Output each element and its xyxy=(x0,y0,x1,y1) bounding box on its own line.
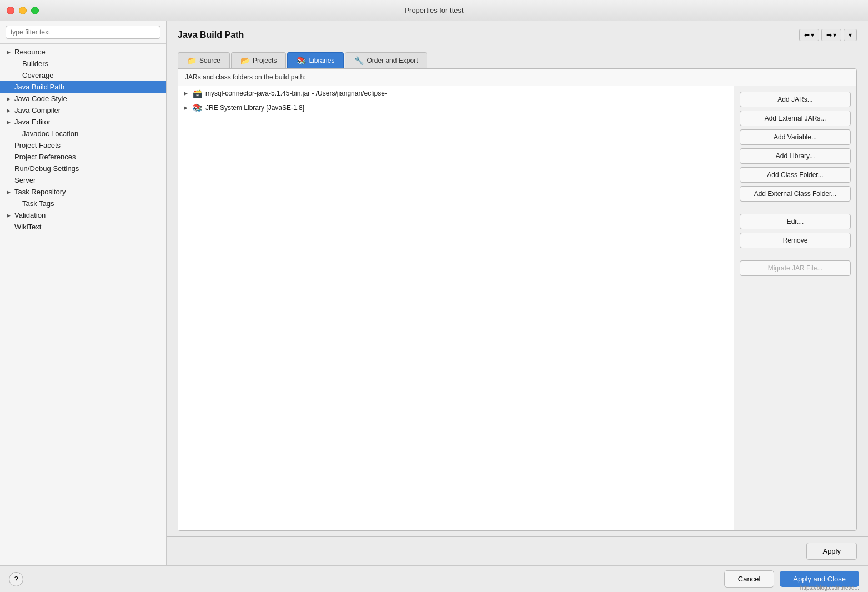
sidebar-item-label: Validation xyxy=(14,211,46,219)
content-area: Java Build Path ⬅ ▾ ➡ ▾ ▾ 📁Source📂Projec… xyxy=(167,21,868,565)
add-class-folder-button[interactable]: Add Class Folder... xyxy=(740,167,851,183)
library-panel: JARs and class folders on the build path… xyxy=(178,68,857,531)
expand-arrow-icon: ▶ xyxy=(7,189,12,195)
sidebar-item-label: Java Code Style xyxy=(14,94,67,103)
sidebar-item-label: Task Tags xyxy=(22,199,54,208)
filter-wrap xyxy=(0,21,166,44)
sidebar-item-project-references[interactable]: Project References xyxy=(0,151,166,163)
add-jars-button[interactable]: Add JARs... xyxy=(740,92,851,107)
lib-label: mysql-connector-java-5.1.45-bin.jar - /U… xyxy=(205,89,387,97)
sidebar-item-java-build-path[interactable]: Java Build Path xyxy=(0,81,166,93)
lib-label: JRE System Library [JavaSE-1.8] xyxy=(205,104,304,112)
add-library-button[interactable]: Add Library... xyxy=(740,148,851,164)
tab-label: Projects xyxy=(253,57,277,64)
menu-button[interactable]: ▾ xyxy=(844,29,857,41)
page-title: Java Build Path xyxy=(178,30,244,40)
sidebar-item-label: Server xyxy=(14,176,36,184)
footer-bar: ? Cancel Apply and Close https://blog.cs… xyxy=(0,565,868,592)
sidebar-item-label: Run/Debug Settings xyxy=(14,164,79,173)
nav-arrows: ⬅ ▾ ➡ ▾ ▾ xyxy=(799,29,857,41)
tab-label: Source xyxy=(199,57,220,64)
sidebar-item-java-compiler[interactable]: ▶Java Compiler xyxy=(0,104,166,116)
menu-icon: ▾ xyxy=(849,31,852,39)
expand-arrow-icon: ▶ xyxy=(7,119,12,125)
expand-arrow-icon: ▶ xyxy=(7,49,12,55)
content-body: 📁Source📂Projects📚Libraries🔧Order and Exp… xyxy=(167,47,868,536)
edit-button[interactable]: Edit... xyxy=(740,214,851,229)
lib-icon: 📚 xyxy=(193,103,202,112)
back-button[interactable]: ⬅ ▾ xyxy=(799,29,819,41)
lib-icon: 🗃️ xyxy=(193,89,202,98)
tab-order-export[interactable]: 🔧Order and Export xyxy=(345,52,427,68)
back-dropdown-icon: ▾ xyxy=(811,31,814,39)
titlebar: Properties for ttest xyxy=(0,0,868,21)
sidebar: ▶ResourceBuildersCoverageJava Build Path… xyxy=(0,21,167,565)
button-spacer xyxy=(740,252,851,257)
status-text: https://blog.csdn.net/d... xyxy=(800,585,859,591)
sidebar-item-server[interactable]: Server xyxy=(0,174,166,186)
sidebar-item-validation[interactable]: ▶Validation xyxy=(0,209,166,221)
sidebar-item-label: Task Repository xyxy=(14,188,66,196)
sidebar-item-label: Coverage xyxy=(22,71,53,79)
forward-dropdown-icon: ▾ xyxy=(833,31,836,39)
action-buttons-panel: Add JARs...Add External JARs...Add Varia… xyxy=(734,86,856,530)
sidebar-item-task-tags[interactable]: Task Tags xyxy=(0,198,166,209)
sidebar-item-label: Javadoc Location xyxy=(22,129,78,138)
sidebar-item-wikitext[interactable]: WikiText xyxy=(0,221,166,233)
main-container: ▶ResourceBuildersCoverageJava Build Path… xyxy=(0,21,868,565)
remove-button[interactable]: Remove xyxy=(740,233,851,248)
close-button[interactable] xyxy=(7,7,14,14)
add-external-class-folder-button[interactable]: Add External Class Folder... xyxy=(740,186,851,202)
lib-expand-icon: ▶ xyxy=(184,105,189,111)
tab-projects[interactable]: 📂Projects xyxy=(231,52,286,68)
back-arrow-icon: ⬅ xyxy=(804,31,810,39)
sidebar-item-label: Java Build Path xyxy=(14,83,64,91)
help-button[interactable]: ? xyxy=(9,572,23,586)
sidebar-item-java-code-style[interactable]: ▶Java Code Style xyxy=(0,93,166,104)
cancel-button[interactable]: Cancel xyxy=(724,570,774,588)
sidebar-item-javadoc-location[interactable]: Javadoc Location xyxy=(0,128,166,139)
library-tree-list: ▶🗃️mysql-connector-java-5.1.45-bin.jar -… xyxy=(178,86,734,530)
lib-item-mysql-connector[interactable]: ▶🗃️mysql-connector-java-5.1.45-bin.jar -… xyxy=(178,86,734,101)
expand-arrow-icon: ▶ xyxy=(7,96,12,102)
sidebar-item-label: Builders xyxy=(22,59,48,68)
window-controls xyxy=(7,7,39,14)
maximize-button[interactable] xyxy=(31,7,39,14)
tabs-row: 📁Source📂Projects📚Libraries🔧Order and Exp… xyxy=(178,52,857,68)
expand-arrow-icon: ▶ xyxy=(7,213,12,218)
sidebar-item-project-facets[interactable]: Project Facets xyxy=(0,139,166,151)
sidebar-item-run-debug-settings[interactable]: Run/Debug Settings xyxy=(0,163,166,174)
content-header: Java Build Path ⬅ ▾ ➡ ▾ ▾ xyxy=(167,21,868,47)
add-variable-button[interactable]: Add Variable... xyxy=(740,129,851,145)
migrate-jar-button: Migrate JAR File... xyxy=(740,260,851,276)
order-export-tab-icon: 🔧 xyxy=(354,56,364,65)
projects-tab-icon: 📂 xyxy=(240,56,250,65)
filter-input[interactable] xyxy=(6,26,160,39)
panel-content: ▶🗃️mysql-connector-java-5.1.45-bin.jar -… xyxy=(178,86,856,530)
sidebar-item-task-repository[interactable]: ▶Task Repository xyxy=(0,186,166,198)
sidebar-item-label: Project Facets xyxy=(14,141,61,149)
sidebar-item-resource[interactable]: ▶Resource xyxy=(0,46,166,58)
apply-button[interactable]: Apply xyxy=(806,543,857,560)
tab-source[interactable]: 📁Source xyxy=(178,52,230,68)
sidebar-item-label: WikiText xyxy=(14,223,41,231)
sidebar-item-label: Project References xyxy=(14,153,76,161)
add-external-jars-button[interactable]: Add External JARs... xyxy=(740,111,851,126)
lib-item-jre-system[interactable]: ▶📚JRE System Library [JavaSE-1.8] xyxy=(178,101,734,115)
tab-label: Libraries xyxy=(309,57,334,64)
sidebar-item-label: Java Editor xyxy=(14,118,51,126)
window-title: Properties for ttest xyxy=(404,6,463,14)
source-tab-icon: 📁 xyxy=(187,56,197,65)
sidebar-item-coverage[interactable]: Coverage xyxy=(0,69,166,81)
sidebar-item-label: Resource xyxy=(14,48,46,56)
lib-expand-icon: ▶ xyxy=(184,91,189,96)
forward-button[interactable]: ➡ ▾ xyxy=(821,29,841,41)
expand-arrow-icon: ▶ xyxy=(7,108,12,113)
button-spacer xyxy=(740,205,851,210)
libraries-tab-icon: 📚 xyxy=(297,56,306,65)
sidebar-item-builders[interactable]: Builders xyxy=(0,58,166,69)
minimize-button[interactable] xyxy=(19,7,27,14)
tab-libraries[interactable]: 📚Libraries xyxy=(287,52,344,68)
tab-label: Order and Export xyxy=(367,57,418,64)
sidebar-item-java-editor[interactable]: ▶Java Editor xyxy=(0,116,166,128)
